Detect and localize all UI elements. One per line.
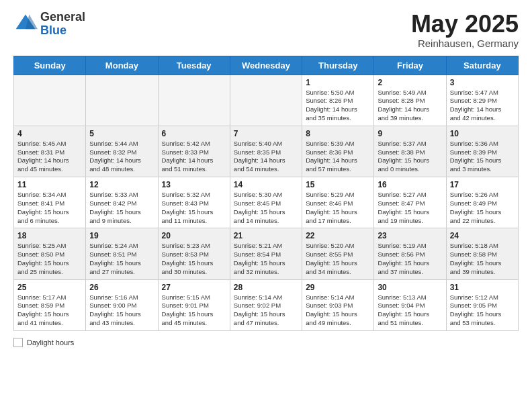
day-info: Sunrise: 5:15 AM Sunset: 9:01 PM Dayligh…: [162, 293, 226, 328]
calendar-cell: 31Sunrise: 5:12 AM Sunset: 9:05 PM Dayli…: [446, 279, 518, 330]
day-number: 24: [450, 231, 515, 240]
calendar-cell: 29Sunrise: 5:14 AM Sunset: 9:03 PM Dayli…: [302, 279, 374, 330]
day-info: Sunrise: 5:27 AM Sunset: 8:47 PM Dayligh…: [378, 191, 442, 225]
calendar-week-2: 11Sunrise: 5:34 AM Sunset: 8:41 PM Dayli…: [14, 177, 519, 228]
day-number: 16: [378, 180, 442, 189]
day-info: Sunrise: 5:30 AM Sunset: 8:45 PM Dayligh…: [234, 191, 298, 225]
day-number: 28: [234, 283, 298, 292]
logo-blue-text: Blue: [40, 24, 85, 38]
calendar-cell: 1Sunrise: 5:50 AM Sunset: 8:26 PM Daylig…: [302, 75, 374, 126]
day-info: Sunrise: 5:23 AM Sunset: 8:53 PM Dayligh…: [162, 242, 226, 276]
calendar-cell: 26Sunrise: 5:16 AM Sunset: 9:00 PM Dayli…: [86, 279, 158, 330]
day-number: 19: [89, 231, 154, 240]
day-info: Sunrise: 5:20 AM Sunset: 8:55 PM Dayligh…: [306, 242, 370, 276]
calendar-cell: 17Sunrise: 5:26 AM Sunset: 8:49 PM Dayli…: [446, 177, 518, 228]
day-info: Sunrise: 5:16 AM Sunset: 9:00 PM Dayligh…: [89, 293, 154, 328]
day-number: 13: [162, 180, 226, 189]
day-number: 7: [234, 129, 298, 138]
calendar-cell: 30Sunrise: 5:13 AM Sunset: 9:04 PM Dayli…: [374, 279, 446, 330]
calendar-cell: 10Sunrise: 5:36 AM Sunset: 8:39 PM Dayli…: [446, 126, 518, 177]
title-block: May 2025 Reinhausen, Germany: [411, 11, 519, 49]
day-info: Sunrise: 5:25 AM Sunset: 8:50 PM Dayligh…: [17, 242, 82, 276]
day-info: Sunrise: 5:14 AM Sunset: 9:02 PM Dayligh…: [234, 293, 298, 328]
day-info: Sunrise: 5:40 AM Sunset: 8:35 PM Dayligh…: [234, 140, 298, 174]
day-number: 4: [17, 129, 82, 138]
calendar-cell: 8Sunrise: 5:39 AM Sunset: 8:36 PM Daylig…: [302, 126, 374, 177]
calendar-cell: [86, 75, 158, 126]
calendar-cell: 16Sunrise: 5:27 AM Sunset: 8:47 PM Dayli…: [374, 177, 446, 228]
day-info: Sunrise: 5:21 AM Sunset: 8:54 PM Dayligh…: [234, 242, 298, 276]
calendar-title: May 2025: [411, 11, 519, 38]
weekday-header-wednesday: Wednesday: [230, 56, 302, 75]
calendar-cell: 27Sunrise: 5:15 AM Sunset: 9:01 PM Dayli…: [158, 279, 230, 330]
day-info: Sunrise: 5:12 AM Sunset: 9:05 PM Dayligh…: [450, 293, 515, 328]
calendar-cell: 7Sunrise: 5:40 AM Sunset: 8:35 PM Daylig…: [230, 126, 302, 177]
day-info: Sunrise: 5:33 AM Sunset: 8:42 PM Dayligh…: [89, 191, 154, 225]
day-info: Sunrise: 5:47 AM Sunset: 8:29 PM Dayligh…: [450, 89, 515, 123]
day-info: Sunrise: 5:26 AM Sunset: 8:49 PM Dayligh…: [450, 191, 515, 225]
day-number: 5: [89, 129, 154, 138]
day-info: Sunrise: 5:19 AM Sunset: 8:56 PM Dayligh…: [378, 242, 442, 276]
calendar-cell: 2Sunrise: 5:49 AM Sunset: 8:28 PM Daylig…: [374, 75, 446, 126]
calendar-body: 1Sunrise: 5:50 AM Sunset: 8:26 PM Daylig…: [14, 75, 519, 330]
day-number: 15: [306, 180, 370, 189]
day-number: 6: [162, 129, 226, 138]
day-number: 14: [234, 180, 298, 189]
day-number: 29: [306, 283, 370, 292]
calendar-cell: 23Sunrise: 5:19 AM Sunset: 8:56 PM Dayli…: [374, 228, 446, 279]
day-number: 3: [450, 78, 515, 87]
day-info: Sunrise: 5:34 AM Sunset: 8:41 PM Dayligh…: [17, 191, 82, 225]
day-number: 20: [162, 231, 226, 240]
calendar-table: SundayMondayTuesdayWednesdayThursdayFrid…: [13, 56, 519, 331]
day-info: Sunrise: 5:45 AM Sunset: 8:31 PM Dayligh…: [17, 140, 82, 174]
day-info: Sunrise: 5:24 AM Sunset: 8:51 PM Dayligh…: [89, 242, 154, 276]
day-info: Sunrise: 5:14 AM Sunset: 9:03 PM Dayligh…: [306, 293, 370, 328]
day-number: 25: [17, 283, 82, 292]
weekday-header-saturday: Saturday: [446, 56, 518, 75]
day-info: Sunrise: 5:39 AM Sunset: 8:36 PM Dayligh…: [306, 140, 370, 174]
day-number: 17: [450, 180, 515, 189]
day-info: Sunrise: 5:49 AM Sunset: 8:28 PM Dayligh…: [378, 89, 442, 123]
calendar-week-0: 1Sunrise: 5:50 AM Sunset: 8:26 PM Daylig…: [14, 75, 519, 126]
day-info: Sunrise: 5:29 AM Sunset: 8:46 PM Dayligh…: [306, 191, 370, 225]
day-info: Sunrise: 5:18 AM Sunset: 8:58 PM Dayligh…: [450, 242, 515, 276]
calendar-cell: 12Sunrise: 5:33 AM Sunset: 8:42 PM Dayli…: [86, 177, 158, 228]
calendar-cell: 9Sunrise: 5:37 AM Sunset: 8:38 PM Daylig…: [374, 126, 446, 177]
calendar-cell: 22Sunrise: 5:20 AM Sunset: 8:55 PM Dayli…: [302, 228, 374, 279]
header: General Blue May 2025 Reinhausen, German…: [13, 11, 519, 49]
calendar-cell: 24Sunrise: 5:18 AM Sunset: 8:58 PM Dayli…: [446, 228, 518, 279]
day-number: 18: [17, 231, 82, 240]
day-number: 2: [378, 78, 442, 87]
calendar-cell: 21Sunrise: 5:21 AM Sunset: 8:54 PM Dayli…: [230, 228, 302, 279]
weekday-header-thursday: Thursday: [302, 56, 374, 75]
calendar-cell: 14Sunrise: 5:30 AM Sunset: 8:45 PM Dayli…: [230, 177, 302, 228]
day-number: 12: [89, 180, 154, 189]
day-number: 22: [306, 231, 370, 240]
logo-text: General Blue: [40, 11, 85, 38]
footer-label: Daylight hours: [27, 338, 74, 347]
calendar-cell: 3Sunrise: 5:47 AM Sunset: 8:29 PM Daylig…: [446, 75, 518, 126]
day-info: Sunrise: 5:44 AM Sunset: 8:32 PM Dayligh…: [89, 140, 154, 174]
calendar-cell: [158, 75, 230, 126]
calendar-cell: 18Sunrise: 5:25 AM Sunset: 8:50 PM Dayli…: [14, 228, 86, 279]
calendar-week-4: 25Sunrise: 5:17 AM Sunset: 8:59 PM Dayli…: [14, 279, 519, 330]
day-number: 31: [450, 283, 515, 292]
logo: General Blue: [13, 11, 85, 38]
footer: Daylight hours: [13, 338, 519, 347]
day-info: Sunrise: 5:32 AM Sunset: 8:43 PM Dayligh…: [162, 191, 226, 225]
day-number: 11: [17, 180, 82, 189]
calendar-week-3: 18Sunrise: 5:25 AM Sunset: 8:50 PM Dayli…: [14, 228, 519, 279]
calendar-cell: 25Sunrise: 5:17 AM Sunset: 8:59 PM Dayli…: [14, 279, 86, 330]
calendar-week-1: 4Sunrise: 5:45 AM Sunset: 8:31 PM Daylig…: [14, 126, 519, 177]
day-number: 23: [378, 231, 442, 240]
calendar-cell: 28Sunrise: 5:14 AM Sunset: 9:02 PM Dayli…: [230, 279, 302, 330]
weekday-header-friday: Friday: [374, 56, 446, 75]
day-info: Sunrise: 5:17 AM Sunset: 8:59 PM Dayligh…: [17, 293, 82, 328]
day-number: 10: [450, 129, 515, 138]
calendar-cell: 4Sunrise: 5:45 AM Sunset: 8:31 PM Daylig…: [14, 126, 86, 177]
day-info: Sunrise: 5:36 AM Sunset: 8:39 PM Dayligh…: [450, 140, 515, 174]
day-info: Sunrise: 5:13 AM Sunset: 9:04 PM Dayligh…: [378, 293, 442, 328]
day-info: Sunrise: 5:42 AM Sunset: 8:33 PM Dayligh…: [162, 140, 226, 174]
day-number: 1: [306, 78, 370, 87]
calendar-cell: 6Sunrise: 5:42 AM Sunset: 8:33 PM Daylig…: [158, 126, 230, 177]
